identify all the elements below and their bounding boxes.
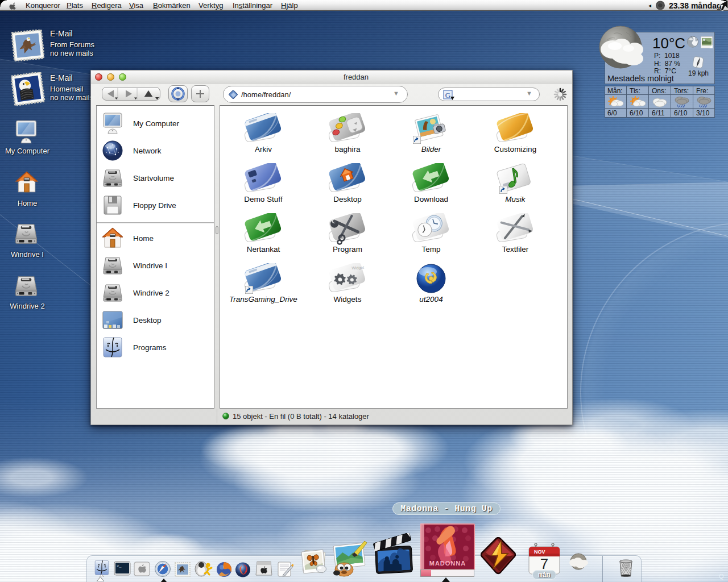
svg-text:NOV: NOV	[534, 549, 545, 555]
svg-text:G: G	[445, 91, 450, 99]
svg-text:>_: >_	[117, 564, 122, 568]
svg-text:MADONNA: MADONNA	[429, 560, 466, 567]
